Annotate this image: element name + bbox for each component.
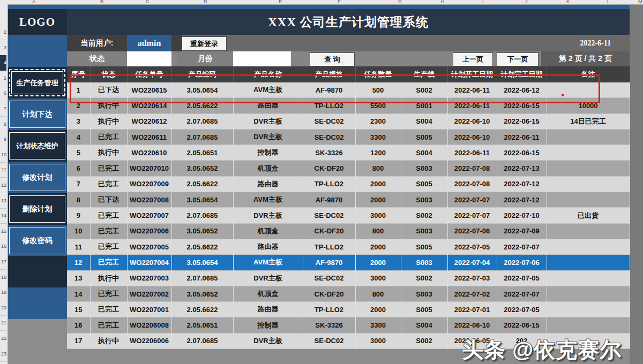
table-cell[interactable]: 500: [355, 82, 401, 98]
table-cell[interactable]: WO2207002: [127, 286, 171, 301]
table-cell[interactable]: [547, 129, 630, 145]
table-cell[interactable]: S002: [401, 82, 447, 98]
table-cell[interactable]: 已下达: [90, 192, 127, 208]
table-cell[interactable]: 2022-06-10: [447, 317, 497, 333]
table-cell[interactable]: 2022-07-05: [497, 302, 547, 317]
table-cell[interactable]: 15: [67, 302, 90, 317]
table-cell[interactable]: 800: [355, 223, 401, 239]
table-cell[interactable]: S004: [401, 113, 447, 129]
table-cell[interactable]: S002: [401, 208, 447, 223]
table-cell[interactable]: 2000: [355, 176, 401, 192]
table-cell[interactable]: SE-DC02: [303, 113, 355, 129]
sidebar-item-2[interactable]: 计划下达: [9, 101, 65, 128]
table-cell[interactable]: 3: [67, 113, 90, 129]
month-filter-input[interactable]: [233, 51, 291, 66]
table-cell[interactable]: 2000: [355, 255, 401, 270]
table-cell[interactable]: 17: [67, 333, 90, 348]
table-cell[interactable]: 执行中: [90, 113, 127, 129]
table-cell[interactable]: 10000: [547, 98, 630, 113]
table-cell[interactable]: 2022-07-10: [497, 208, 547, 223]
table-cell[interactable]: 已完工: [90, 317, 127, 333]
table-cell[interactable]: WO220612: [127, 113, 171, 129]
table-cell[interactable]: DVR主板: [233, 333, 303, 348]
table-cell[interactable]: 已下达: [90, 82, 127, 98]
table-cell[interactable]: 2022-07-07: [447, 192, 497, 208]
table-cell[interactable]: SE-DC02: [303, 270, 355, 286]
table-cell[interactable]: DVR主板: [233, 129, 303, 145]
table-cell[interactable]: 2300: [355, 113, 401, 129]
table-cell[interactable]: WO2207004: [127, 255, 171, 270]
table-cell[interactable]: 3.05.0654: [171, 82, 233, 98]
table-cell[interactable]: 已出货: [547, 208, 630, 223]
table-cell[interactable]: 已完工: [90, 161, 127, 176]
table-cell[interactable]: S001: [401, 98, 447, 113]
table-cell[interactable]: 2022-07-07: [497, 286, 547, 301]
table-cell[interactable]: 2022-06-12: [497, 82, 547, 98]
table-cell[interactable]: WO220610: [127, 145, 171, 161]
sidebar-item-5[interactable]: 删除计划: [9, 195, 65, 223]
table-cell[interactable]: 4: [67, 129, 90, 145]
table-cell[interactable]: TP-LLO2: [303, 302, 355, 317]
table-cell[interactable]: 2000: [355, 302, 401, 317]
table-cell[interactable]: 2022-07-09: [497, 223, 547, 239]
table-cell[interactable]: 执行中: [90, 98, 127, 113]
table-cell[interactable]: [547, 270, 630, 286]
table-cell[interactable]: [547, 145, 630, 161]
table-cell[interactable]: 控制器: [233, 317, 303, 333]
table-cell[interactable]: 路由器: [233, 98, 303, 113]
table-cell[interactable]: [547, 255, 630, 270]
table-cell[interactable]: 3000: [355, 333, 401, 348]
table-cell[interactable]: WO2207001: [127, 302, 171, 317]
table-cell[interactable]: 执行中: [90, 333, 127, 348]
table-cell[interactable]: 机顶盒: [233, 286, 303, 301]
table-cell[interactable]: 16: [67, 317, 90, 333]
table-cell[interactable]: 2022-07-02: [447, 286, 497, 301]
table-cell[interactable]: 2.05.0651: [171, 317, 233, 333]
table-cell[interactable]: 已完工: [90, 255, 127, 270]
table-cell[interactable]: 2022-06-10: [447, 113, 497, 129]
table-cell[interactable]: 3300: [355, 317, 401, 333]
table-cell[interactable]: S003: [401, 286, 447, 301]
table-cell[interactable]: 3.05.0654: [171, 255, 233, 270]
table-cell[interactable]: S004: [401, 317, 447, 333]
table-cell[interactable]: 800: [355, 161, 401, 176]
table-cell[interactable]: 已完工: [90, 223, 127, 239]
table-cell[interactable]: [547, 317, 630, 333]
table-cell[interactable]: 2022-06-15: [497, 113, 547, 129]
table-cell[interactable]: 2.07.0685: [171, 270, 233, 286]
table-cell[interactable]: 1: [67, 82, 90, 98]
table-cell[interactable]: 10: [67, 223, 90, 239]
table-cell[interactable]: WO2207005: [127, 239, 171, 254]
table-cell[interactable]: 3.05.0652: [171, 223, 233, 239]
table-cell[interactable]: [547, 192, 630, 208]
table-cell[interactable]: CK-DF20: [303, 223, 355, 239]
table-cell[interactable]: [547, 302, 630, 317]
table-cell[interactable]: 2022-07-01: [447, 302, 497, 317]
table-cell[interactable]: 2022-06-15: [497, 317, 547, 333]
table-cell[interactable]: 2022-06-05: [447, 333, 497, 348]
table-cell[interactable]: 2022-07-08: [447, 161, 497, 176]
table-cell[interactable]: 202: [497, 333, 547, 348]
table-cell[interactable]: SK-3326: [303, 145, 355, 161]
table-cell[interactable]: 2.05.6622: [171, 176, 233, 192]
table-cell[interactable]: 2022-07-07: [447, 208, 497, 223]
table-cell[interactable]: 路由器: [233, 176, 303, 192]
table-cell[interactable]: DVR主板: [233, 208, 303, 223]
prev-page-button[interactable]: 上一页: [453, 52, 493, 66]
table-cell[interactable]: 2.05.6622: [171, 239, 233, 254]
sidebar-item-3[interactable]: 计划状态维护: [9, 132, 65, 160]
table-cell[interactable]: WO2207006: [127, 223, 171, 239]
table-cell[interactable]: SE-DC02: [303, 333, 355, 348]
table-cell[interactable]: 2.05.6622: [171, 98, 233, 113]
table-cell[interactable]: 2022-06-15: [497, 145, 547, 161]
table-cell[interactable]: S003: [401, 161, 447, 176]
table-cell[interactable]: 2022-06-10: [447, 129, 497, 145]
table-cell[interactable]: S003: [401, 223, 447, 239]
table-cell[interactable]: 3.05.0652: [171, 161, 233, 176]
table-cell[interactable]: WO2207007: [127, 208, 171, 223]
sidebar-item-4[interactable]: 修改计划: [9, 164, 65, 191]
table-cell[interactable]: S005: [401, 239, 447, 254]
table-cell[interactable]: 2022-07-06: [447, 223, 497, 239]
table-cell[interactable]: 2: [67, 98, 90, 113]
table-cell[interactable]: CK-DF20: [303, 286, 355, 301]
